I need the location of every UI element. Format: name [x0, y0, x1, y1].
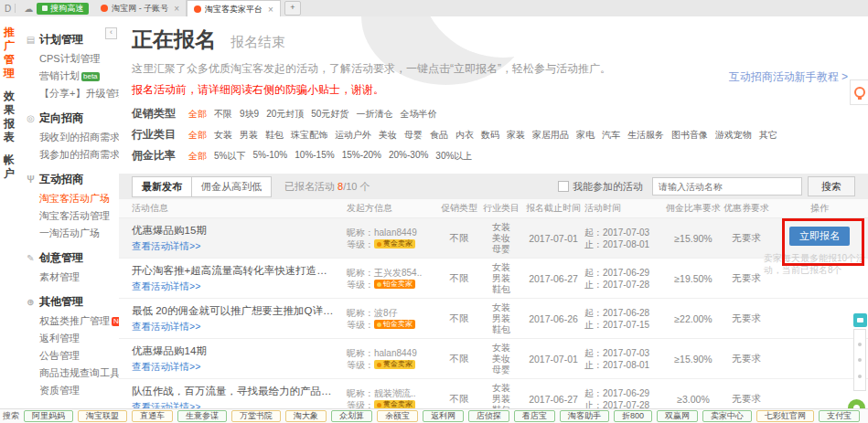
sidebar-collapse-button[interactable]: ‹ — [105, 27, 117, 39]
sidebar-group-title[interactable]: Ψ 互动招商 — [18, 169, 119, 190]
filter-option[interactable]: 家居用品 — [532, 129, 569, 142]
quick-link[interactable]: 淘大象 — [285, 410, 327, 422]
browser-tab[interactable]: 淘宝网 - 子账号 × — [94, 0, 187, 16]
rail-nav-item[interactable]: 推广管理 — [3, 26, 16, 80]
sidebar-item[interactable]: 返利管理 — [18, 330, 119, 347]
filter-option[interactable]: 5%-10% — [252, 150, 287, 163]
sidebar-item[interactable]: 素材管理 — [18, 269, 119, 286]
quick-link[interactable]: 双赢网 — [657, 410, 698, 422]
sidebar-group-title[interactable]: ▤ 计划管理 — [18, 29, 119, 50]
quick-link[interactable]: 万堂书院 — [231, 410, 281, 422]
quick-link[interactable]: 卖家中心 — [702, 410, 752, 422]
filter-option[interactable]: 家电 — [576, 129, 595, 142]
divider — [15, 4, 16, 13]
filter-option[interactable]: 生活服务 — [627, 129, 664, 142]
filter-option[interactable]: 其它 — [759, 129, 777, 142]
sidebar-item[interactable]: 我收到的招商需求 — [18, 129, 119, 146]
promo-type-cell: 不限 — [438, 393, 480, 406]
activity-detail-link[interactable]: 查看活动详情>> — [132, 240, 200, 253]
sidebar-item[interactable]: 商品违规查询工具 — [18, 365, 119, 382]
filter-option[interactable]: 女装 — [214, 129, 232, 142]
filter-option[interactable]: 游戏宠物 — [715, 129, 752, 142]
activity-search-input[interactable] — [652, 177, 802, 196]
my-activities-checkbox[interactable] — [558, 181, 569, 192]
sort-commission-button[interactable]: 佣金从高到低 — [191, 176, 272, 197]
filter-option[interactable]: 运动户外 — [335, 129, 371, 142]
sidebar-item[interactable]: 权益类推广管理New — [18, 312, 119, 330]
tab-close-icon[interactable]: × — [174, 4, 179, 14]
sidebar-item[interactable]: 公告管理 — [18, 347, 119, 365]
sidebar-item[interactable]: CPS计划管理 — [18, 50, 119, 68]
quick-link[interactable]: 返利网 — [423, 410, 464, 422]
filter-option[interactable]: 5%以下 — [214, 150, 245, 163]
quick-link[interactable]: 淘宝联盟 — [78, 410, 127, 422]
rail-nav-item[interactable]: 效果报表 — [3, 90, 16, 144]
action-cell: 立即报名 卖家每天最多能报10个活动，当前已报名8个 — [771, 230, 868, 246]
filter-option[interactable]: 10%-15% — [295, 150, 334, 163]
filter-option[interactable]: 50元好货 — [311, 108, 348, 121]
sort-newest-button[interactable]: 最新发布 — [132, 176, 192, 197]
sidebar-item[interactable]: 营销计划beta — [18, 68, 119, 85]
quick-link[interactable]: 淘客助手 — [560, 410, 609, 422]
filter-option[interactable]: 家装 — [507, 129, 525, 142]
filter-option[interactable]: 20%-30% — [389, 150, 428, 163]
sidebar-item[interactable]: 资质管理 — [18, 382, 119, 399]
activity-detail-link[interactable]: 查看活动详情>> — [132, 361, 200, 374]
sidebar-group-title[interactable]: ✎ 创意管理 — [18, 248, 119, 269]
sidebar-item[interactable]: 淘宝客活动管理 — [18, 207, 119, 225]
filter-option[interactable]: 母婴 — [404, 129, 423, 142]
sidebar-group-title[interactable]: ◎ 定向招商 — [18, 108, 119, 129]
filter-option[interactable]: 30%以上 — [435, 150, 472, 163]
filter-option[interactable]: 15%-20% — [342, 150, 381, 163]
cloud-sync-icon[interactable]: ☁ — [24, 4, 33, 14]
sidebar-item[interactable]: 我参加的招商需求 — [18, 146, 119, 164]
browser-tab[interactable]: 淘宝客卖家平台 × — [187, 0, 281, 17]
new-tab-button[interactable]: + — [284, 1, 301, 16]
quick-link[interactable]: 余额宝 — [377, 410, 418, 422]
filter-option[interactable]: 一折清仓 — [356, 108, 392, 121]
sidebar-group-title[interactable]: ⊕ 其他管理 — [18, 291, 119, 312]
tab-signup-ended[interactable]: 报名结束 — [230, 34, 285, 51]
filter-option[interactable]: 食品 — [430, 129, 448, 142]
speed-mode-button[interactable]: 搜狗高速 — [37, 3, 89, 15]
anti-fraud-tips-widget[interactable] — [850, 79, 868, 105]
quick-link[interactable]: 折800 — [614, 410, 652, 422]
quick-link[interactable]: 七彩虹官网 — [756, 410, 814, 422]
filter-option[interactable]: 内衣 — [455, 129, 474, 142]
floating-sidebar-widget[interactable] — [853, 329, 866, 391]
activity-title: 队伍作战，百万流量，寻找最给力的产品，独家佣金必爆52期 — [132, 385, 347, 398]
filter-option[interactable]: 男装 — [240, 129, 258, 142]
quick-link[interactable]: 直通车 — [132, 410, 173, 422]
filter-option[interactable]: 不限 — [214, 108, 232, 121]
tutorial-link[interactable]: 互动招商活动新手教程 > — [729, 69, 848, 85]
sidebar-item[interactable]: 【分享+】升级管理 — [18, 85, 119, 102]
activity-detail-link[interactable]: 查看活动详情>> — [132, 321, 200, 333]
filter-option[interactable]: 9块9 — [240, 108, 259, 121]
filter-option[interactable]: 全部 — [188, 108, 207, 121]
filter-option[interactable]: 全部 — [188, 129, 207, 142]
filter-option[interactable]: 珠宝配饰 — [291, 129, 327, 142]
quick-link[interactable]: 看店宝 — [514, 410, 555, 422]
rail-nav-item[interactable]: 帐户 — [3, 153, 16, 181]
quick-link[interactable]: 店侦探 — [468, 410, 509, 422]
filter-option[interactable]: 美妆 — [379, 129, 397, 142]
chat-widget-icon[interactable] — [853, 313, 867, 327]
sidebar-item[interactable]: 淘宝客活动广场 — [18, 190, 119, 207]
filter-option[interactable]: 全部 — [188, 150, 207, 163]
sidebar-item[interactable]: 一淘活动广场 — [18, 225, 119, 242]
search-button[interactable]: 搜索 — [808, 176, 855, 196]
quick-link[interactable]: 支付宝 — [819, 410, 860, 422]
filter-option[interactable]: 鞋包 — [265, 129, 284, 142]
signup-button[interactable]: 立即报名 — [789, 227, 850, 246]
filter-option[interactable]: 全场半价 — [400, 108, 436, 121]
filter-option[interactable]: 数码 — [481, 129, 499, 142]
filter-option[interactable]: 20元封顶 — [266, 108, 304, 121]
quick-link[interactable]: 生意参谋 — [177, 410, 227, 422]
filter-option[interactable]: 图书音像 — [671, 129, 708, 142]
quick-link[interactable]: 众划算 — [331, 410, 372, 422]
browser-menu-icon[interactable]: D — [5, 4, 11, 14]
filter-option[interactable]: 汽车 — [602, 129, 620, 142]
tab-close-icon[interactable]: × — [268, 5, 273, 15]
activity-detail-link[interactable]: 查看活动详情>> — [132, 280, 200, 293]
quick-link[interactable]: 阿里妈妈 — [24, 410, 73, 422]
